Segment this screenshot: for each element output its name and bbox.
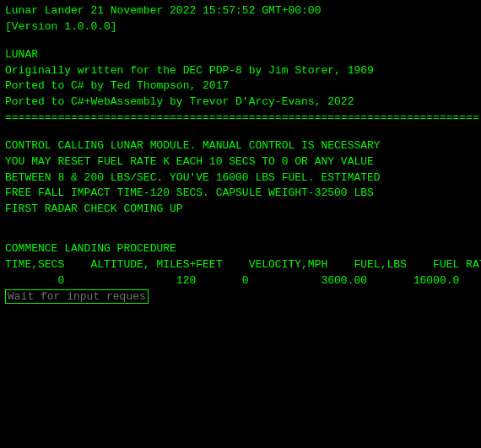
separator: ========================================… — [5, 111, 476, 127]
message-3: BETWEEN 8 & 200 LBS/SEC. YOU'VE 16000 LB… — [5, 170, 476, 186]
credit-3: Ported to C#+WebAssembly by Trevor D'Arc… — [5, 94, 476, 111]
message-4: FREE FALL IMPACT TIME-120 SECS. CAPSULE … — [5, 186, 476, 202]
terminal-window: Lunar Lander 21 November 2022 15:57:52 G… — [5, 3, 476, 445]
game-name: LUNAR — [5, 47, 476, 63]
spacer-4 — [5, 229, 476, 241]
message-5: FIRST RADAR CHECK COMING UP — [5, 202, 476, 218]
command-input[interactable] — [5, 289, 149, 304]
credit-2: Ported to C# by Ted Thompson, 2017 — [5, 78, 476, 94]
input-line[interactable] — [5, 289, 476, 304]
version-line: [Version 1.0.0.0] — [5, 19, 476, 35]
title-line: Lunar Lander 21 November 2022 15:57:52 G… — [5, 3, 476, 19]
spacer-1 — [5, 35, 476, 47]
spacer-3 — [5, 218, 476, 229]
credit-1: Originally written for the DEC PDP-8 by … — [5, 63, 476, 79]
spacer-2 — [5, 127, 476, 138]
message-2: YOU MAY RESET FUEL RATE K EACH 10 SECS T… — [5, 154, 476, 170]
message-6: COMMENCE LANDING PROCEDURE — [5, 241, 476, 257]
table-header: TIME,SECS ALTITUDE, MILES+FEET VELOCITY,… — [5, 257, 476, 273]
data-row: 0 120 0 3600.00 16000.0 K=: — [5, 273, 476, 289]
message-1: CONTROL CALLING LUNAR MODULE. MANUAL CON… — [5, 138, 476, 154]
